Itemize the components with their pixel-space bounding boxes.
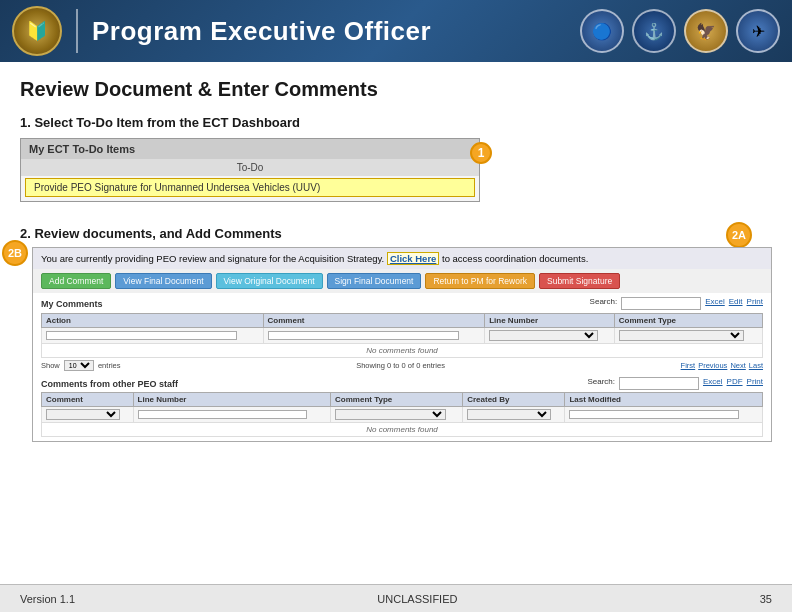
ect-todo-row[interactable]: Provide PEO Signature for Unmanned Under… xyxy=(25,178,475,197)
submit-signature-button[interactable]: Submit Signature xyxy=(539,273,620,289)
sign-final-document-button[interactable]: Sign Final Document xyxy=(327,273,422,289)
ect-dashboard-mockup: My ECT To-Do Items To-Do Provide PEO Sig… xyxy=(20,138,480,202)
page-header: 🔰 Program Executive Officer 🔵 ⚓ 🦅 ✈ xyxy=(0,0,792,62)
col-comment-type[interactable]: Comment Type xyxy=(614,314,762,328)
navy-seal-icon: ⚓ xyxy=(632,9,676,53)
comment-filter[interactable] xyxy=(268,331,459,340)
comment-type-filter[interactable] xyxy=(619,330,744,341)
review-info-bar: You are currently providing PEO review a… xyxy=(33,248,771,269)
other-export-row: Search: Excel PDF Print xyxy=(587,377,763,390)
state-seal-icon: 🔵 xyxy=(580,9,624,53)
ect-panel-title: My ECT To-Do Items xyxy=(21,139,479,159)
add-comment-button[interactable]: Add Comment xyxy=(41,273,111,289)
entries-label: entries xyxy=(98,361,121,370)
return-to-pm-button[interactable]: Return to PM for Rework xyxy=(425,273,535,289)
other-comments-section: Comments from other PEO staff Search: Ex… xyxy=(33,377,771,441)
section1-heading: 1. Select To-Do Item from the ECT Dashbo… xyxy=(20,115,772,130)
next-link[interactable]: Next xyxy=(730,361,745,370)
other-no-data-text: No comments found xyxy=(42,423,763,437)
my-comments-search-row: Search: Excel Edit Print xyxy=(590,297,763,310)
other-comments-table: Comment Line Number Comment Type Created… xyxy=(41,392,763,437)
other-line-filter[interactable] xyxy=(138,410,308,419)
other-col-comment-type[interactable]: Comment Type xyxy=(331,393,463,407)
page-links: First Previous Next Last xyxy=(681,361,763,370)
first-link[interactable]: First xyxy=(681,361,696,370)
my-comments-section: My Comments Search: Excel Edit Print Act… xyxy=(33,293,771,377)
version-label: Version 1.1 xyxy=(20,593,75,605)
step-badge-1: 1 xyxy=(470,142,492,164)
other-comment-filter[interactable] xyxy=(46,409,120,420)
other-col-last-modified[interactable]: Last Modified xyxy=(565,393,763,407)
no-data-row: No comments found xyxy=(42,344,763,358)
army-seal-icon: 🦅 xyxy=(684,9,728,53)
show-entries: Show 10 entries xyxy=(41,360,120,371)
pagination-row: Show 10 entries Showing 0 to 0 of 0 entr… xyxy=(41,358,763,373)
other-print-link[interactable]: Print xyxy=(747,377,763,390)
step-badge-2a: 2A xyxy=(726,222,752,248)
showing-text: Showing 0 to 0 of 0 entries xyxy=(356,361,445,370)
header-divider xyxy=(76,9,78,53)
other-col-comment[interactable]: Comment xyxy=(42,393,134,407)
agency-seals: 🔵 ⚓ 🦅 ✈ xyxy=(580,9,780,53)
show-label: Show xyxy=(41,361,60,370)
excel-link[interactable]: Excel xyxy=(705,297,725,310)
dod-seal: 🔰 xyxy=(12,6,62,56)
col-line-number[interactable]: Line Number xyxy=(485,314,615,328)
info-text-before: You are currently providing PEO review a… xyxy=(41,253,384,264)
view-original-document-button[interactable]: View Original Document xyxy=(216,273,323,289)
edit-link[interactable]: Edit xyxy=(729,297,743,310)
other-modified-filter[interactable] xyxy=(569,410,739,419)
view-final-document-button[interactable]: View Final Document xyxy=(115,273,211,289)
no-data-text: No comments found xyxy=(42,344,763,358)
other-type-filter[interactable] xyxy=(335,409,446,420)
other-col-line-number[interactable]: Line Number xyxy=(133,393,331,407)
action-filter[interactable] xyxy=(46,331,237,340)
step-badge-2b: 2B xyxy=(2,240,28,266)
line-number-filter[interactable] xyxy=(489,330,598,341)
other-col-created-by[interactable]: Created By xyxy=(463,393,565,407)
page-number: 35 xyxy=(760,593,772,605)
other-created-filter[interactable] xyxy=(467,409,551,420)
previous-link[interactable]: Previous xyxy=(698,361,727,370)
review-panel: You are currently providing PEO review a… xyxy=(32,247,772,442)
other-search-input[interactable] xyxy=(619,377,699,390)
other-excel-link[interactable]: Excel xyxy=(703,377,723,390)
af-seal-icon: ✈ xyxy=(736,9,780,53)
main-content: Review Document & Enter Comments 1. Sele… xyxy=(0,62,792,450)
ect-column-header: To-Do xyxy=(21,159,479,176)
action-buttons-bar: Add Comment View Final Document View Ori… xyxy=(33,269,771,293)
col-action[interactable]: Action xyxy=(42,314,264,328)
show-select[interactable]: 10 xyxy=(64,360,94,371)
page-footer: Version 1.1 UNCLASSIFIED 35 xyxy=(0,584,792,612)
page-title: Program Executive Officer xyxy=(92,16,566,47)
other-search-label: Search: xyxy=(587,377,615,390)
click-here-link[interactable]: Click Here xyxy=(387,252,439,265)
other-pdf-link[interactable]: PDF xyxy=(727,377,743,390)
document-title: Review Document & Enter Comments xyxy=(20,78,772,101)
section2: 2. Review documents, and Add Comments 2A… xyxy=(20,226,772,442)
classification-label: UNCLASSIFIED xyxy=(377,593,457,605)
print-link[interactable]: Print xyxy=(747,297,763,310)
my-comments-label: My Comments xyxy=(41,299,103,309)
section2-heading: 2. Review documents, and Add Comments xyxy=(20,226,772,241)
last-link[interactable]: Last xyxy=(749,361,763,370)
my-comments-search-input[interactable] xyxy=(621,297,701,310)
my-comments-table: Action Comment Line Number Comment Type xyxy=(41,313,763,358)
col-comment[interactable]: Comment xyxy=(263,314,485,328)
search-label: Search: xyxy=(590,297,618,310)
other-comments-label: Comments from other PEO staff xyxy=(41,379,178,389)
other-no-data-row: No comments found xyxy=(42,423,763,437)
other-filter-row xyxy=(42,407,763,423)
filter-row xyxy=(42,328,763,344)
info-text-after: to access coordination documents. xyxy=(442,253,588,264)
